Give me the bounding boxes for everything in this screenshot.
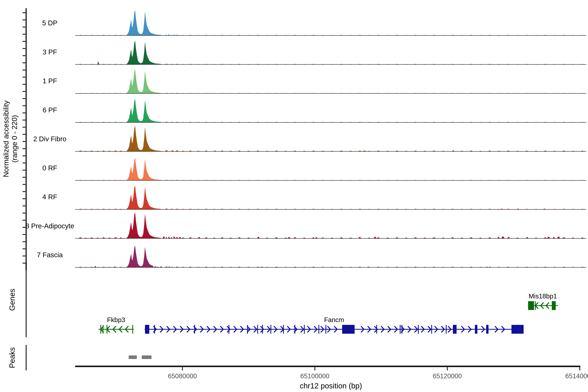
- track-label: 4 RF: [42, 193, 57, 201]
- exon-tick: [102, 325, 104, 334]
- exon-tick: [431, 325, 432, 334]
- exon-tick: [228, 325, 229, 334]
- track-3-pf: 3 PF: [43, 41, 586, 64]
- exon-tick: [257, 325, 258, 334]
- gene-name-label: Fkbp3: [107, 316, 125, 324]
- accessibility-tracks: 5 DP3 PF1 PF6 PF2 Div Fibro0 RF4 RF8 Pre…: [26, 10, 586, 268]
- exon-tick: [270, 325, 271, 334]
- track-1-pf: 1 PF: [43, 70, 586, 94]
- exon-tick: [194, 325, 195, 334]
- genome-browser-figure: Normalized accessibility (range 0 - 220)…: [0, 0, 588, 392]
- exon-box: [475, 325, 478, 334]
- exon-tick: [294, 325, 295, 334]
- gene-fancm: Fancm: [144, 316, 524, 334]
- x-axis: 65080000651000006512000065140000 chr12 p…: [75, 366, 588, 390]
- signal-area: [75, 126, 586, 152]
- track-label: 1 PF: [43, 77, 57, 85]
- exon-tick: [535, 301, 536, 310]
- signal-area: [75, 41, 586, 64]
- signal-area: [75, 246, 586, 268]
- y-axis: Normalized accessibility (range 0 - 220): [2, 8, 26, 270]
- exon-tick: [318, 325, 319, 334]
- signal-area: [75, 99, 586, 122]
- track-label: 0 RF: [42, 164, 57, 172]
- exon-tick: [106, 325, 107, 334]
- track-label: 3 PF: [43, 48, 57, 56]
- signal-area: [75, 158, 586, 180]
- track-label: 5 DP: [42, 19, 57, 27]
- genome-browser-page: Normalized accessibility (range 0 - 220)…: [0, 0, 588, 392]
- exon-box: [552, 301, 556, 310]
- exon-tick: [132, 325, 133, 334]
- track-5-dp: 5 DP: [42, 10, 586, 36]
- x-axis-tick-label: 65100000: [300, 372, 330, 380]
- x-axis-title: chr12 position (bp): [300, 382, 362, 390]
- exon-box: [453, 325, 457, 334]
- exon-tick: [247, 325, 248, 334]
- x-axis-tick-label: 65140000: [565, 372, 588, 380]
- track-label: 6 PF: [43, 106, 57, 114]
- exon-tick: [262, 325, 263, 334]
- exon-tick: [418, 325, 418, 334]
- exon-box: [528, 301, 534, 310]
- exon-tick: [283, 325, 284, 334]
- exon-tick: [304, 325, 305, 334]
- exon-tick: [154, 325, 155, 334]
- y-axis-label-line2: (range 0 - 220): [10, 115, 18, 162]
- track-6-pf: 6 PF: [43, 99, 586, 122]
- exon-box: [486, 325, 488, 334]
- exon-box: [342, 325, 354, 334]
- gene-fkbp3: Fkbp3: [98, 316, 134, 334]
- signal-area: [75, 70, 586, 94]
- x-axis-tick-label: 65080000: [168, 372, 197, 380]
- exon-tick: [376, 325, 377, 334]
- peaks-sidebar-label: Peaks: [8, 347, 16, 368]
- gene-name-label: Fancm: [324, 316, 344, 324]
- signal-area: [75, 10, 586, 36]
- track-4-rf: 4 RF: [42, 186, 586, 210]
- track-2-div-fibro: 2 Div Fibro: [33, 126, 586, 152]
- exon-tick: [446, 325, 446, 334]
- exon-tick: [100, 325, 101, 334]
- x-axis-tick-label: 65120000: [433, 372, 462, 380]
- y-axis-label-line1: Normalized accessibility: [2, 100, 10, 177]
- signal-area: [75, 213, 586, 238]
- genes-section: Genes Fkbp3FancmMis18bp1: [8, 262, 558, 337]
- track-label: 7 Fascia: [37, 251, 63, 259]
- signal-area: [75, 186, 586, 210]
- track-8-pre-adipocyte: 8 Pre-Adipocyte: [26, 213, 586, 238]
- peak-interval: [142, 356, 152, 359]
- exon-box: [145, 325, 149, 334]
- exon-tick: [402, 325, 402, 334]
- track-label: 2 Div Fibro: [33, 135, 66, 143]
- genes-sidebar-label: Genes: [8, 288, 16, 311]
- gene-mis18bp1: Mis18bp1: [528, 292, 558, 310]
- exon-tick: [326, 325, 326, 334]
- exon-tick: [400, 325, 400, 334]
- track-label: 8 Pre-Adipocyte: [26, 222, 74, 230]
- gene-name-label: Mis18bp1: [529, 292, 557, 300]
- exon-box: [512, 325, 524, 334]
- track-0-rf: 0 RF: [42, 158, 586, 180]
- peak-interval: [129, 356, 137, 359]
- track-7-fascia: 7 Fascia: [37, 246, 586, 268]
